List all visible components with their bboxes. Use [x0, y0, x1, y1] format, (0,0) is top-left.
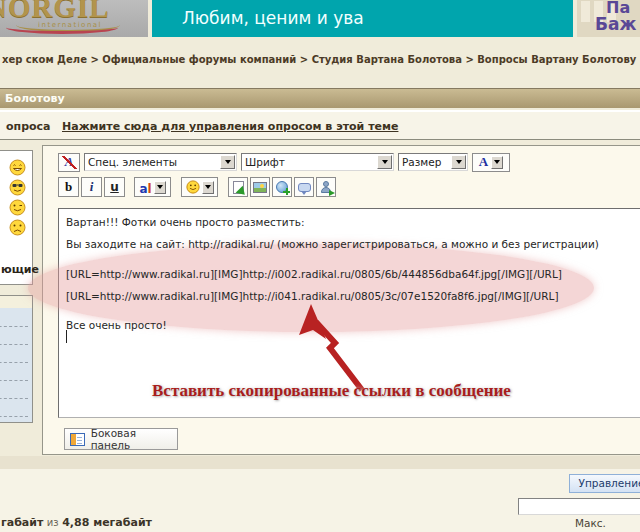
header-right-text-2: Баж — [595, 14, 636, 34]
topic-title-text: Болотову — [5, 92, 65, 105]
dropdown-arrow-icon[interactable] — [451, 155, 466, 169]
font-select-value: Шрифт — [245, 156, 285, 168]
dropdown-arrow-icon[interactable] — [491, 156, 503, 169]
editor-toolbar-top: A Спец. элементы Шрифт Размер A — [58, 152, 510, 172]
size-select-value: Размер — [402, 156, 441, 168]
breadcrumb[interactable]: хер ском Деле > Официальные форумы компа… — [2, 54, 638, 65]
sidebar-list-header — [0, 296, 32, 308]
font-name-icon: al — [139, 178, 151, 197]
font-color-icon: A — [479, 154, 488, 170]
smiley-glasses-icon[interactable] — [9, 179, 26, 196]
sidebar-list-box — [0, 295, 33, 423]
font-name-button[interactable]: al — [134, 177, 171, 197]
smiley-laugh-icon[interactable] — [9, 159, 26, 176]
insert-media-icon — [276, 181, 288, 193]
bold-button[interactable]: b — [58, 177, 79, 197]
post-editor-panel: A Спец. элементы Шрифт Размер A b — [42, 145, 640, 455]
bold-icon: b — [65, 179, 72, 195]
list-row — [0, 400, 28, 417]
dropdown-arrow-icon[interactable] — [220, 155, 235, 169]
list-row — [0, 382, 28, 399]
font-select[interactable]: Шрифт — [241, 153, 394, 171]
insert-link-button[interactable] — [228, 177, 248, 197]
banner-column-icon — [581, 1, 590, 22]
message-line: [URL=http://www.radikal.ru][IMG]http://i… — [66, 268, 562, 280]
emoticon-button[interactable] — [181, 177, 218, 197]
dropdown-arrow-icon[interactable] — [202, 181, 214, 194]
size-select[interactable]: Размер — [398, 153, 468, 171]
message-line: Вы заходите на сайт: http://radikal.ru/ … — [66, 238, 599, 250]
smiley-icon — [186, 180, 200, 194]
message-line: [URL=http://www.radikal.ru][IMG]http://i… — [66, 290, 559, 302]
topic-title-bar: Болотову — [0, 88, 640, 108]
forum-post-page: NORGIL international Любим, ценим и ува … — [0, 0, 640, 532]
font-color-button[interactable]: A — [472, 153, 510, 172]
footer-divider-strip — [0, 456, 640, 469]
side-panel-label: Боковая панель — [91, 427, 177, 451]
dropdown-arrow-icon[interactable] — [154, 181, 166, 194]
list-row — [0, 328, 28, 345]
red-slash-icon — [61, 156, 77, 169]
poll-row: опроса Нажмите сюда для управления опрос… — [0, 110, 640, 140]
poll-manage-link[interactable]: Нажмите сюда для управления опросом в эт… — [62, 120, 398, 133]
special-elements-value: Спец. элементы — [88, 156, 177, 168]
insert-member-button[interactable] — [316, 177, 336, 197]
slogan-banner: Любим, ценим и ува — [152, 0, 573, 37]
italic-button[interactable]: i — [81, 177, 102, 197]
header-right-banner: Па Баж — [577, 0, 640, 37]
text-cursor — [66, 330, 67, 343]
upload-usage-label: габайт из 4,88 мегабайт — [1, 516, 152, 529]
side-panel-icon — [70, 433, 85, 446]
dropdown-arrow-icon[interactable] — [377, 155, 392, 169]
insert-member-icon — [320, 181, 332, 194]
quote-icon — [298, 183, 311, 192]
insert-media-button[interactable] — [272, 177, 292, 197]
smiley-panel: ющие — [0, 150, 33, 285]
list-row — [0, 364, 28, 381]
insert-image-button[interactable] — [250, 177, 270, 197]
close-tags-button[interactable]: A — [58, 153, 80, 172]
message-line: Вартан!!! Фотки очень просто разместить: — [66, 216, 304, 228]
insert-link-icon — [233, 181, 244, 194]
max-size-label: Макс. размер — [575, 517, 640, 532]
message-line: Все очень просто! — [66, 319, 167, 331]
editor-toolbar-bottom: b i u al — [58, 177, 336, 197]
message-input[interactable]: Вартан!!! Фотки очень просто разместить:… — [58, 208, 640, 418]
poll-label: опроса — [6, 120, 51, 133]
insert-image-icon — [253, 182, 267, 193]
italic-icon: i — [90, 179, 94, 195]
side-panel-button[interactable]: Боковая панель — [64, 428, 178, 450]
underline-button[interactable]: u — [104, 177, 125, 197]
smiley-sad-icon[interactable] — [9, 219, 26, 236]
site-logo[interactable]: NORGIL international — [0, 0, 148, 37]
smiley-wink-icon[interactable] — [9, 199, 26, 216]
manage-button[interactable]: Управление — [569, 474, 640, 493]
max-size-input[interactable] — [518, 498, 640, 515]
underline-icon: u — [110, 180, 119, 194]
list-row — [0, 346, 28, 363]
logo-red-arc — [6, 21, 118, 34]
more-smileys-link[interactable]: ющие — [1, 263, 39, 276]
special-elements-select[interactable]: Спец. элементы — [84, 153, 237, 171]
list-row — [0, 310, 28, 327]
slogan-text: Любим, ценим и ува — [182, 8, 364, 28]
quote-button[interactable] — [294, 177, 314, 197]
